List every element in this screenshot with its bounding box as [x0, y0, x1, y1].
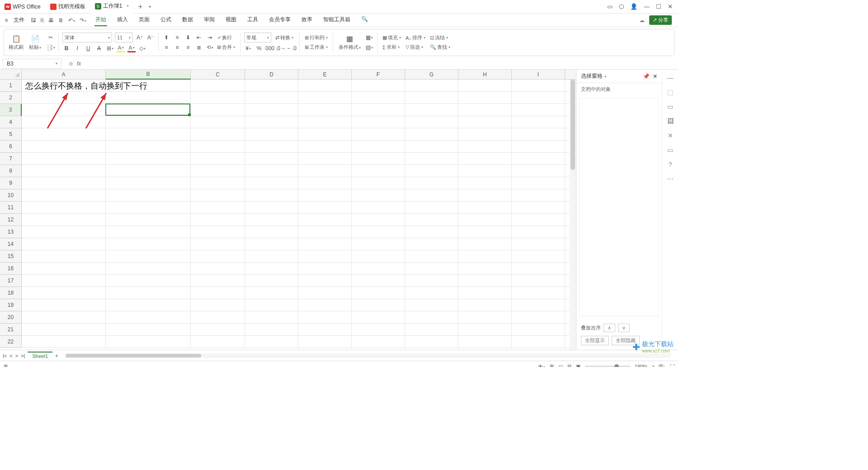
zoom-slider[interactable] — [585, 366, 630, 367]
align-center-icon[interactable]: ≡ — [173, 43, 181, 52]
orientation-icon[interactable]: ⟲▾ — [206, 43, 214, 52]
menu-hamburger-icon[interactable]: ≡ — [3, 17, 10, 24]
cell-style-icon[interactable]: ▤▾ — [365, 43, 373, 52]
filter-button[interactable]: ▽ 筛选▾ — [404, 43, 427, 51]
row-header-9[interactable]: 9 — [0, 177, 22, 189]
number-format-select[interactable]: 常规▾ — [244, 33, 271, 42]
rail-book-icon[interactable]: ▭ — [667, 146, 673, 154]
sheet-add-button[interactable]: + — [55, 353, 58, 358]
table-style-icon[interactable]: ▦▾ — [365, 33, 373, 42]
col-header-H[interactable]: H — [458, 70, 512, 80]
align-justify-icon[interactable]: ≣ — [195, 43, 203, 52]
currency-icon[interactable]: ¥▾ — [244, 44, 252, 52]
indent-left-icon[interactable]: ⇤ — [195, 33, 203, 42]
increase-font-icon[interactable]: A⁺ — [136, 33, 144, 42]
row-header-14[interactable]: 14 — [0, 238, 22, 250]
align-right-icon[interactable]: ≡ — [184, 43, 192, 52]
col-header-F[interactable]: F — [352, 70, 405, 80]
rail-more-icon[interactable]: ⋯ — [667, 175, 674, 183]
cut-icon[interactable]: ✂ — [47, 33, 55, 42]
maximize-button[interactable]: ☐ — [656, 3, 661, 10]
row-header-2[interactable]: 2 — [0, 92, 22, 104]
formula-input[interactable] — [85, 60, 678, 67]
row-header-6[interactable]: 6 — [0, 141, 22, 153]
ime-indicator[interactable]: 中· — [659, 363, 665, 367]
menu-tab-formula[interactable]: 公式 — [160, 14, 172, 26]
align-middle-icon[interactable]: ≡ — [173, 33, 181, 42]
align-top-icon[interactable]: ⬆ — [162, 33, 170, 42]
col-header-A[interactable]: A — [22, 70, 106, 80]
convert-button[interactable]: ⇄ 转换▾ — [274, 34, 295, 42]
view-page-icon[interactable]: ▭ — [558, 363, 563, 367]
share-button[interactable]: ↗ 分享 — [649, 15, 672, 25]
worksheet-button[interactable]: ⊞ 工作表▾ — [303, 43, 329, 51]
fx-icon[interactable]: fx — [77, 61, 81, 67]
row-header-20[interactable]: 20 — [0, 311, 22, 324]
col-header-B[interactable]: B — [106, 70, 191, 80]
view-split-icon[interactable]: ⊟ — [567, 363, 571, 367]
stack-up-button[interactable]: ∧ — [604, 324, 615, 332]
row-header-7[interactable]: 7 — [0, 153, 22, 165]
sheet-nav-first[interactable]: |< — [3, 353, 7, 358]
expand-icon[interactable]: ⛶ — [670, 364, 675, 367]
zoom-value[interactable]: 190% — [635, 364, 647, 367]
menu-search-icon[interactable]: 🔍 — [360, 14, 369, 26]
rail-style-icon[interactable]: ▭ — [667, 103, 673, 110]
copy-icon[interactable]: 📑▾ — [47, 43, 55, 52]
sheet-nav-last[interactable]: >| — [21, 353, 25, 358]
link-icon[interactable]: ⎘ — [41, 17, 44, 24]
font-size-select[interactable]: 11▾ — [115, 33, 133, 42]
row-header-4[interactable]: 4 — [0, 116, 22, 128]
freeze-button[interactable]: ⊡ 冻结▾ — [429, 34, 452, 42]
row-header-22[interactable]: 22 — [0, 336, 22, 348]
italic-button[interactable]: I — [73, 44, 81, 52]
row-header-12[interactable]: 12 — [0, 214, 22, 226]
row-header-1[interactable]: 1 — [0, 80, 22, 92]
col-header-I[interactable]: I — [512, 70, 565, 80]
save-icon[interactable]: 🖫 — [31, 17, 36, 24]
col-header-D[interactable]: D — [245, 70, 298, 80]
font-color-button[interactable]: A▾ — [127, 44, 136, 52]
align-bottom-icon[interactable]: ⬇ — [184, 33, 192, 42]
menu-tab-tools[interactable]: 工具 — [246, 14, 259, 26]
rail-tools-icon[interactable]: ✕ — [668, 132, 673, 139]
indent-right-icon[interactable]: ⇥ — [206, 33, 214, 42]
show-all-button[interactable]: 全部显示 — [581, 336, 609, 345]
tab-template[interactable]: 找稻壳模板 — [46, 0, 90, 14]
close-button[interactable]: ✕ — [668, 3, 673, 10]
menu-tab-smart[interactable]: 智能工具箱 — [322, 14, 351, 26]
col-header-J[interactable]: J — [565, 70, 576, 80]
inc-decimal-icon[interactable]: .0→ — [277, 44, 285, 52]
view-read-icon[interactable]: ▣ — [576, 363, 580, 367]
row-col-button[interactable]: ⊞ 行和列▾ — [303, 34, 329, 42]
sheet-tab-1[interactable]: Sheet1 — [28, 352, 52, 360]
wrap-text-button[interactable]: ⤶ 换行 — [216, 34, 236, 42]
fill-button[interactable]: ▦ 填充▾ — [381, 34, 402, 42]
menu-tab-efficiency[interactable]: 效率 — [301, 14, 313, 26]
menu-tab-start[interactable]: 开始 — [94, 14, 107, 26]
vertical-scrollbar[interactable] — [570, 80, 576, 350]
row-header-16[interactable]: 16 — [0, 263, 22, 275]
print-preview-icon[interactable]: 🗎 — [58, 17, 64, 24]
clear-format-button[interactable]: ◇▾ — [138, 44, 146, 52]
row-header-3[interactable]: 3 — [0, 104, 22, 116]
cloud-icon[interactable]: ☁ — [639, 17, 645, 24]
merge-button[interactable]: ⊞ 合并▾ — [216, 43, 236, 51]
col-header-C[interactable]: C — [191, 70, 245, 80]
menu-tab-review[interactable]: 审阅 — [203, 14, 216, 26]
status-mode-icon[interactable]: ⊞ — [4, 363, 8, 367]
rail-select-icon[interactable]: ⬚ — [667, 89, 673, 96]
row-header-21[interactable]: 21 — [0, 324, 22, 336]
redo-icon[interactable]: ↷▾ — [80, 17, 86, 24]
col-header-G[interactable]: G — [405, 70, 458, 80]
stack-down-button[interactable]: ∨ — [618, 324, 630, 332]
spreadsheet-grid[interactable]: ABCDEFGHIJ 12345678910111213141516171819… — [0, 70, 576, 350]
minimize-button[interactable]: — — [644, 3, 650, 10]
strike-button[interactable]: A̶ — [95, 44, 103, 52]
sum-button[interactable]: Σ 求和▾ — [381, 43, 402, 51]
cond-format-button[interactable]: ▦条件格式▾ — [337, 33, 363, 52]
name-box[interactable]: B3▾ — [3, 59, 61, 69]
rail-help-icon[interactable]: ? — [669, 161, 672, 168]
app-box-icon[interactable]: ▭ — [607, 3, 613, 10]
undo-icon[interactable]: ↶▾ — [68, 17, 75, 24]
